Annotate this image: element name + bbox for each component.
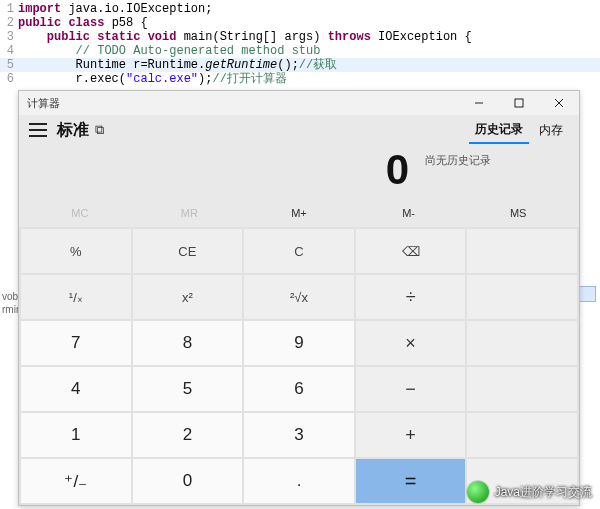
line-number: 5 xyxy=(0,58,18,72)
code-content: public class p58 { xyxy=(18,16,600,30)
key-k7[interactable]: 7 xyxy=(21,321,131,365)
memory-row: MCMRM+M-MS xyxy=(19,197,579,227)
key-c[interactable]: C xyxy=(244,229,354,273)
key-sub[interactable]: − xyxy=(356,367,466,411)
code-editor: 1import java.io.IOException;2public clas… xyxy=(0,0,600,86)
key-back[interactable]: ⌫ xyxy=(356,229,466,273)
key-percent[interactable]: % xyxy=(21,229,131,273)
calculator-window: 计算器 标准 ⧉ 历史记录 内存 0 尚无历史记录 MCMRM+M-MS %CE… xyxy=(18,90,580,506)
memory-mminus-button[interactable]: M- xyxy=(354,203,464,223)
key-recip[interactable]: ¹/ₓ xyxy=(21,275,131,319)
window-title: 计算器 xyxy=(19,96,459,111)
line-number: 3 xyxy=(0,30,18,44)
key-dot[interactable]: . xyxy=(244,459,354,503)
code-content: r.exec("calc.exe");//打开计算器 xyxy=(18,72,600,86)
key-k1[interactable]: 1 xyxy=(21,413,131,457)
watermark: Java进阶学习交流 xyxy=(467,481,592,503)
key-blank2 xyxy=(467,275,577,319)
key-k2[interactable]: 2 xyxy=(133,413,243,457)
code-content: public static void main(String[] args) t… xyxy=(18,30,600,44)
code-line[interactable]: 6 r.exec("calc.exe");//打开计算器 xyxy=(0,72,600,86)
code-line[interactable]: 3 public static void main(String[] args)… xyxy=(0,30,600,44)
code-line[interactable]: 2public class p58 { xyxy=(0,16,600,30)
memory-mc-button: MC xyxy=(25,203,135,223)
code-content: Runtime r=Runtime.getRuntime();//获取 xyxy=(18,58,600,72)
line-number: 4 xyxy=(0,44,18,58)
wechat-icon xyxy=(467,481,489,503)
display-value: 0 xyxy=(29,149,425,191)
code-content: // TODO Auto-generated method stub xyxy=(18,44,600,58)
watermark-text: Java进阶学习交流 xyxy=(495,484,592,501)
line-number: 6 xyxy=(0,72,18,86)
history-empty-label: 尚无历史记录 xyxy=(425,149,565,168)
close-button[interactable] xyxy=(539,91,579,115)
key-k3[interactable]: 3 xyxy=(244,413,354,457)
key-k6[interactable]: 6 xyxy=(244,367,354,411)
code-line[interactable]: 1import java.io.IOException; xyxy=(0,2,600,16)
key-div[interactable]: ÷ xyxy=(356,275,466,319)
key-k9[interactable]: 9 xyxy=(244,321,354,365)
hamburger-icon[interactable] xyxy=(29,123,47,137)
key-sqrt[interactable]: ²√x xyxy=(244,275,354,319)
key-k4[interactable]: 4 xyxy=(21,367,131,411)
minimize-button[interactable] xyxy=(459,91,499,115)
key-mul[interactable]: × xyxy=(356,321,466,365)
calculator-header: 标准 ⧉ 历史记录 内存 xyxy=(19,115,579,145)
key-blank1 xyxy=(467,229,577,273)
key-eq[interactable]: = xyxy=(356,459,466,503)
key-k8[interactable]: 8 xyxy=(133,321,243,365)
key-sq[interactable]: x² xyxy=(133,275,243,319)
titlebar: 计算器 xyxy=(19,91,579,115)
key-k0[interactable]: 0 xyxy=(133,459,243,503)
tab-memory[interactable]: 内存 xyxy=(533,118,569,143)
display-row: 0 尚无历史记录 xyxy=(19,145,579,197)
key-blank5 xyxy=(467,413,577,457)
key-blank4 xyxy=(467,367,577,411)
key-ce[interactable]: CE xyxy=(133,229,243,273)
maximize-button[interactable] xyxy=(499,91,539,115)
svg-rect-1 xyxy=(515,99,523,107)
keep-on-top-icon[interactable]: ⧉ xyxy=(95,122,104,138)
key-add[interactable]: + xyxy=(356,413,466,457)
keypad: %CEC⌫¹/ₓx²²√x÷789×456−123+⁺/₋0.= xyxy=(19,227,579,505)
tab-history[interactable]: 历史记录 xyxy=(469,117,529,144)
memory-mplus-button[interactable]: M+ xyxy=(244,203,354,223)
memory-mr-button: MR xyxy=(135,203,245,223)
mode-label: 标准 xyxy=(57,120,89,141)
key-sign[interactable]: ⁺/₋ xyxy=(21,459,131,503)
code-content: import java.io.IOException; xyxy=(18,2,600,16)
code-line[interactable]: 5 Runtime r=Runtime.getRuntime();//获取 xyxy=(0,58,600,72)
key-k5[interactable]: 5 xyxy=(133,367,243,411)
code-line[interactable]: 4 // TODO Auto-generated method stub xyxy=(0,44,600,58)
memory-ms-button[interactable]: MS xyxy=(463,203,573,223)
line-number: 2 xyxy=(0,16,18,30)
line-number: 1 xyxy=(0,2,18,16)
key-blank3 xyxy=(467,321,577,365)
